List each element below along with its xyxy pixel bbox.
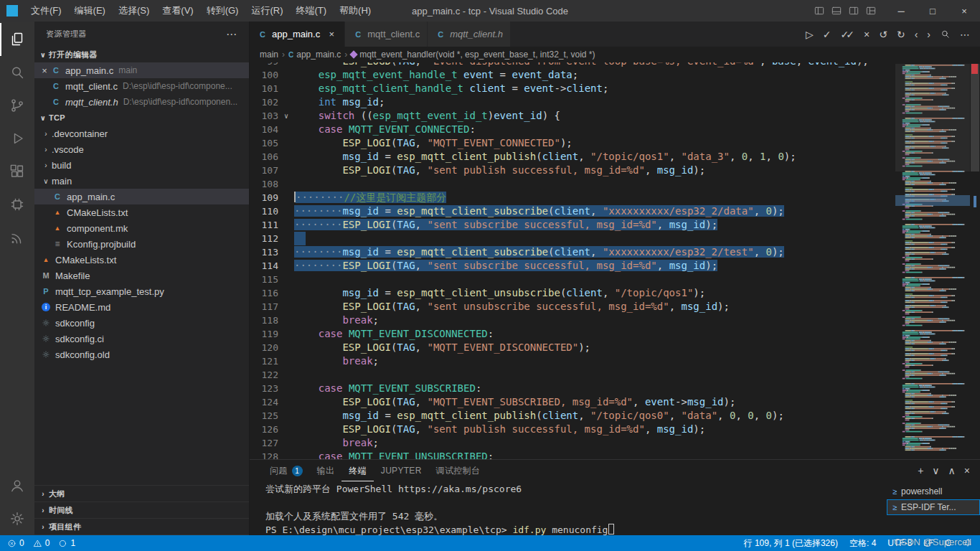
code-line[interactable]: 101 esp_mqtt_client_handle_t client = ev…	[250, 82, 887, 95]
chevron-up-icon[interactable]: ∧	[948, 465, 956, 476]
layout-grid-icon[interactable]	[864, 4, 878, 18]
menu-item-v[interactable]: 查看(V)	[156, 0, 199, 22]
close-icon[interactable]: ×	[326, 29, 337, 39]
panel-tab-[interactable]: 终端	[341, 460, 374, 481]
tree-item-main[interactable]: ∨main	[34, 173, 249, 189]
code-line[interactable]: 120 ESP_LOGI(TAG, "MQTT_EVENT_DISCONNECT…	[250, 341, 887, 354]
activity-source-control[interactable]	[0, 89, 34, 122]
language-mode[interactable]: C	[945, 538, 951, 548]
undo-icon[interactable]: ↺	[879, 29, 887, 40]
code-line[interactable]: 99 ESP_LOGD(TAG, "Event dispatched from …	[250, 62, 887, 68]
section-[interactable]: ›项目组件	[34, 519, 249, 535]
cursor-position[interactable]: 行 109, 列 1 (已选择326)	[744, 537, 838, 550]
code-line[interactable]: 109········//这里是订阅主题部分	[250, 191, 887, 204]
breadcrumb-item-main[interactable]: main	[260, 50, 278, 60]
tree-item-cmakelists-txt[interactable]: ▲CMakeLists.txt	[34, 204, 249, 220]
next-icon[interactable]: ›	[927, 29, 930, 40]
tree-item-build[interactable]: ›build	[34, 157, 249, 173]
search-icon[interactable]	[940, 29, 951, 39]
code-line[interactable]: 126 ESP_LOGI(TAG, "sent publish successf…	[250, 423, 887, 436]
code-line[interactable]: 100 esp_mqtt_event_handle_t event = even…	[250, 68, 887, 82]
code-line[interactable]: 121 break;	[250, 354, 887, 368]
new-terminal-icon[interactable]: +	[918, 465, 923, 476]
terminal-tab-powershell[interactable]: ≥powershell	[887, 484, 980, 499]
indentation[interactable]: 空格: 4	[849, 537, 876, 550]
fold-icon[interactable]: ∨	[278, 109, 294, 123]
redo-icon[interactable]: ↻	[897, 29, 905, 40]
scrollbar-slider[interactable]	[971, 64, 979, 171]
code-line[interactable]: 112	[250, 232, 887, 245]
tab-mqtt-client-h[interactable]: Cmqtt_client.h	[428, 22, 511, 47]
layout-right-icon[interactable]	[847, 4, 861, 18]
open-editor-mqtt-client-c[interactable]: ×Cmqtt_client.cD:\esp\idf\esp-idf\compon…	[34, 78, 249, 94]
menu-item-f[interactable]: 文件(F)	[24, 0, 68, 22]
menu-item-h[interactable]: 帮助(H)	[333, 0, 377, 22]
minimize-button[interactable]: ─	[885, 0, 917, 22]
code-editor[interactable]: 99 ESP_LOGD(TAG, "Event dispatched from …	[250, 62, 980, 459]
code-line[interactable]: 115	[250, 273, 887, 286]
section-[interactable]: ›时间线	[34, 502, 249, 519]
overview-ruler[interactable]	[970, 62, 980, 459]
more-icon[interactable]: ⋯	[960, 29, 970, 40]
tree-item-mqtt-tcp-example-test-py[interactable]: Pmqtt_tcp_example_test.py	[34, 283, 249, 299]
tree-item-makefile[interactable]: MMakefile	[34, 268, 249, 283]
tree-item-sdkconfig-old[interactable]: sdkconfig.old	[34, 347, 249, 362]
status-error-icon[interactable]: 0	[7, 538, 24, 548]
activity-settings[interactable]	[0, 502, 34, 535]
tree-item-readme-md[interactable]: iREADME.md	[34, 299, 249, 315]
tree-item-vscode[interactable]: ›.vscode	[34, 141, 249, 157]
code-line[interactable]: 102 int msg_id;	[250, 95, 887, 109]
activity-run-and-debug[interactable]	[0, 122, 34, 155]
activity-espressif[interactable]	[0, 221, 34, 254]
code-line[interactable]: 108	[250, 177, 887, 191]
panel-tab-jupyter[interactable]: JUPYTER	[374, 460, 429, 481]
minimap-slider[interactable]	[895, 64, 970, 171]
code-line[interactable]: 119 case MQTT_EVENT_DISCONNECTED:	[250, 327, 887, 341]
maximize-button[interactable]: □	[917, 0, 948, 22]
code-line[interactable]: 118 break;	[250, 314, 887, 327]
tree-item-sdkconfig[interactable]: sdkconfig	[34, 315, 249, 331]
tree-item-sdkconfig-ci[interactable]: sdkconfig.ci	[34, 331, 249, 347]
menu-item-s[interactable]: 选择(S)	[112, 0, 156, 22]
terminal-output[interactable]: 尝试新的跨平台 PowerShell https://aka.ms/pscore…	[250, 481, 887, 535]
menu-item-t[interactable]: 终端(T)	[289, 0, 333, 22]
close-button[interactable]: ×	[948, 0, 980, 22]
activity-search[interactable]	[0, 56, 34, 89]
code-line[interactable]: 107 ESP_LOGI(TAG, "sent publish successf…	[250, 164, 887, 177]
code-line[interactable]: 110········msg_id = esp_mqtt_client_subs…	[250, 204, 887, 218]
activity-extensions[interactable]	[0, 155, 34, 188]
code-line[interactable]: 113········msg_id = esp_mqtt_client_subs…	[250, 245, 887, 259]
breadcrumb-item-app-main-c[interactable]: Capp_main.c	[288, 50, 341, 60]
code-line[interactable]: 122	[250, 368, 887, 382]
tree-item-cmakelists-txt[interactable]: ▲CMakeLists.txt	[34, 252, 249, 268]
code-line[interactable]: 127 break;	[250, 436, 887, 450]
menu-item-r[interactable]: 运行(R)	[245, 0, 289, 22]
activity-explorer[interactable]	[0, 23, 34, 56]
panel-tab-[interactable]: 问题1	[263, 460, 310, 481]
run-icon[interactable]: ▷	[806, 29, 814, 40]
code-line[interactable]: 114········ESP_LOGI(TAG, "sent subscribe…	[250, 259, 887, 273]
panel-tab-[interactable]: 调试控制台	[429, 460, 488, 481]
section-[interactable]: ›大纲	[34, 486, 249, 502]
code-line[interactable]: 104 case MQTT_EVENT_CONNECTED:	[250, 123, 887, 136]
tree-item-app-main-c[interactable]: Capp_main.c	[34, 189, 249, 204]
tree-item-kconfig-projbuild[interactable]: ≡Kconfig.projbuild	[34, 236, 249, 252]
code-line[interactable]: 106 msg_id = esp_mqtt_client_publish(cli…	[250, 150, 887, 164]
prev-icon[interactable]: ‹	[915, 29, 918, 40]
tree-item-devcontainer[interactable]: ›.devcontainer	[34, 126, 249, 141]
menu-item-g[interactable]: 转到(G)	[200, 0, 245, 22]
activity-esp-idf-explorer[interactable]	[0, 188, 34, 221]
tab-mqtt-client-c[interactable]: Cmqtt_client.c	[345, 22, 428, 47]
close-icon[interactable]: ×	[964, 465, 970, 476]
code-line[interactable]: 123 case MQTT_EVENT_SUBSCRIBED:	[250, 382, 887, 395]
bell-icon[interactable]	[963, 538, 973, 548]
code-line[interactable]: 128 case MQTT_EVENT_UNSUBSCRIBED:	[250, 450, 887, 459]
code-line[interactable]: 105 ESP_LOGI(TAG, "MQTT_EVENT_CONNECTED"…	[250, 136, 887, 150]
open-editor-mqtt-client-h[interactable]: ×Cmqtt_client.hD:\esp\idf\esp-idf\compon…	[34, 94, 249, 110]
open-editors-header[interactable]: ∨ 打开的编辑器	[34, 47, 249, 62]
check-all-icon[interactable]: ✓✓	[841, 29, 854, 40]
tree-item-component-mk[interactable]: ▲component.mk	[34, 220, 249, 236]
more-actions-icon[interactable]: ⋯	[226, 28, 237, 41]
status-circle-icon[interactable]: 1	[58, 538, 75, 548]
code-line[interactable]: 116 msg_id = esp_mqtt_client_unsubscribe…	[250, 286, 887, 300]
